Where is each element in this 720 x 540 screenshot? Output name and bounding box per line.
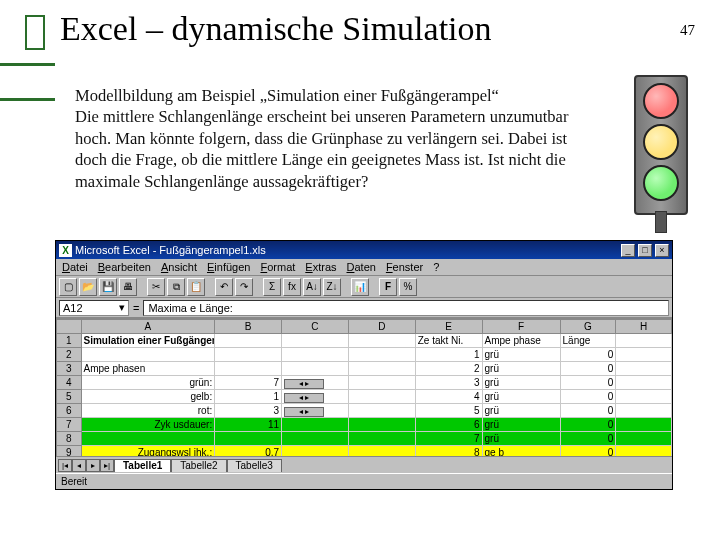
cell[interactable] — [616, 418, 672, 432]
spin-control[interactable]: ◂ ▸ — [284, 407, 324, 417]
cell[interactable]: grü — [482, 418, 560, 432]
cell[interactable]: 5 — [415, 404, 482, 418]
cell[interactable]: grü — [482, 348, 560, 362]
cell[interactable] — [81, 348, 215, 362]
cell[interactable]: grü — [482, 432, 560, 446]
menu-format[interactable]: Format — [260, 261, 295, 273]
toolbar-zoom-icon[interactable]: % — [399, 278, 417, 296]
row-header[interactable]: 1 — [57, 334, 82, 348]
spin-control[interactable]: ◂ ▸ — [284, 379, 324, 389]
window-minimize-button[interactable]: _ — [621, 244, 635, 257]
cell[interactable] — [215, 348, 282, 362]
sheet-tab-active[interactable]: Tabelle1 — [114, 459, 171, 472]
menu-help[interactable]: ? — [433, 261, 439, 273]
cell[interactable]: 0,7 — [215, 446, 282, 457]
cell[interactable] — [616, 432, 672, 446]
row-header[interactable]: 5 — [57, 390, 82, 404]
cell[interactable]: grü — [482, 390, 560, 404]
excel-grid[interactable]: A B C D E F G H 1Simulation einer Fußgän… — [56, 318, 672, 456]
cell[interactable] — [348, 446, 415, 457]
cell[interactable]: 7 — [215, 376, 282, 390]
cell[interactable] — [215, 362, 282, 376]
tab-nav-next-icon[interactable]: ▸ — [86, 459, 100, 472]
cell[interactable]: 1 — [415, 348, 482, 362]
col-header[interactable]: D — [348, 320, 415, 334]
toolbar-fx-icon[interactable]: fx — [283, 278, 301, 296]
row-header[interactable]: 6 — [57, 404, 82, 418]
window-close-button[interactable]: × — [655, 244, 669, 257]
cell[interactable]: 0 — [560, 404, 616, 418]
window-maximize-button[interactable]: □ — [638, 244, 652, 257]
cell[interactable]: 6 — [415, 418, 482, 432]
cell[interactable]: gelb: — [81, 390, 215, 404]
cell[interactable] — [616, 446, 672, 457]
spin-control[interactable]: ◂ ▸ — [284, 393, 324, 403]
toolbar-sort-asc-icon[interactable]: A↓ — [303, 278, 321, 296]
cell[interactable] — [348, 418, 415, 432]
cell[interactable] — [81, 432, 215, 446]
cell[interactable]: Ampe phase — [482, 334, 560, 348]
cell[interactable] — [348, 432, 415, 446]
toolbar-sum-icon[interactable]: Σ — [263, 278, 281, 296]
cell[interactable] — [616, 390, 672, 404]
cell[interactable] — [348, 376, 415, 390]
cell[interactable]: grü — [482, 376, 560, 390]
cell[interactable]: 11 — [215, 418, 282, 432]
cell[interactable] — [348, 390, 415, 404]
cell[interactable]: grün: — [81, 376, 215, 390]
cell[interactable]: 2 — [415, 362, 482, 376]
col-header[interactable]: E — [415, 320, 482, 334]
menu-datei[interactable]: Datei — [62, 261, 88, 273]
cell[interactable]: 0 — [560, 390, 616, 404]
cell[interactable]: 7 — [415, 432, 482, 446]
cell[interactable]: Zugangswsl ihk.: — [81, 446, 215, 457]
cell[interactable]: 1 — [215, 390, 282, 404]
toolbar-paste-icon[interactable]: 📋 — [187, 278, 205, 296]
cell[interactable] — [282, 348, 349, 362]
cell[interactable]: grü — [482, 404, 560, 418]
formula-input[interactable]: Maxima e Länge: — [143, 300, 669, 316]
cell[interactable]: Länge — [560, 334, 616, 348]
sheet-tab[interactable]: Tabelle3 — [227, 459, 282, 472]
tab-nav-first-icon[interactable]: |◂ — [58, 459, 72, 472]
menu-ansicht[interactable]: Ansicht — [161, 261, 197, 273]
toolbar-undo-icon[interactable]: ↶ — [215, 278, 233, 296]
cell[interactable]: rot: — [81, 404, 215, 418]
cell[interactable]: ◂ ▸ — [282, 404, 349, 418]
cell[interactable] — [215, 334, 282, 348]
toolbar-chart-icon[interactable]: 📊 — [351, 278, 369, 296]
row-header[interactable]: 4 — [57, 376, 82, 390]
cell[interactable]: grü — [482, 362, 560, 376]
cell[interactable] — [215, 432, 282, 446]
toolbar-bold-icon[interactable]: F — [379, 278, 397, 296]
col-header[interactable]: H — [616, 320, 672, 334]
col-header[interactable]: G — [560, 320, 616, 334]
col-header[interactable]: B — [215, 320, 282, 334]
cell[interactable]: Zyk usdauer: — [81, 418, 215, 432]
cell[interactable]: 3 — [215, 404, 282, 418]
cell[interactable] — [282, 334, 349, 348]
cell[interactable]: ◂ ▸ — [282, 376, 349, 390]
dropdown-icon[interactable]: ▾ — [119, 301, 125, 314]
cell[interactable]: Simulation einer Fußgängerampel — [81, 334, 215, 348]
cell[interactable]: 0 — [560, 348, 616, 362]
cell[interactable]: 4 — [415, 390, 482, 404]
cell[interactable]: 0 — [560, 432, 616, 446]
toolbar-save-icon[interactable]: 💾 — [99, 278, 117, 296]
cell[interactable] — [616, 334, 672, 348]
tab-nav-last-icon[interactable]: ▸| — [100, 459, 114, 472]
cell[interactable] — [348, 334, 415, 348]
toolbar-copy-icon[interactable]: ⧉ — [167, 278, 185, 296]
cell[interactable] — [282, 362, 349, 376]
toolbar-sort-desc-icon[interactable]: Z↓ — [323, 278, 341, 296]
cell[interactable] — [348, 348, 415, 362]
menu-daten[interactable]: Daten — [347, 261, 376, 273]
col-header[interactable]: F — [482, 320, 560, 334]
cell[interactable]: 0 — [560, 362, 616, 376]
cell[interactable] — [282, 432, 349, 446]
cell[interactable]: ge b — [482, 446, 560, 457]
col-header[interactable]: A — [81, 320, 215, 334]
cell[interactable]: 8 — [415, 446, 482, 457]
row-header[interactable]: 7 — [57, 418, 82, 432]
cell[interactable]: ◂ ▸ — [282, 390, 349, 404]
